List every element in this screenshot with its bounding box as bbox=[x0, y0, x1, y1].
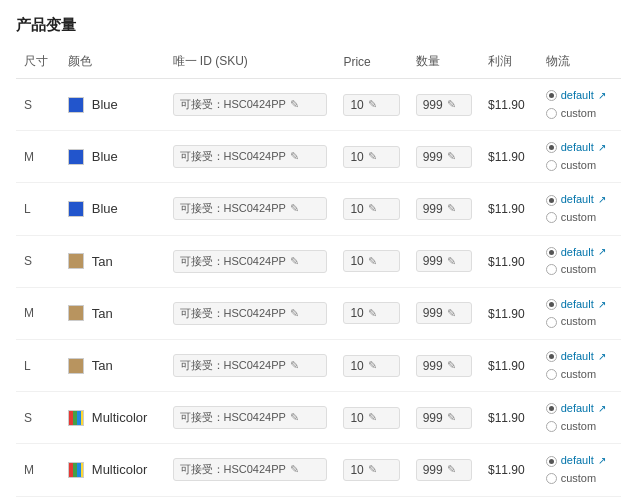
shipping-cell: default ↗ custom bbox=[538, 131, 621, 183]
shipping-custom-radio[interactable] bbox=[546, 421, 557, 432]
price-edit-icon[interactable]: ✎ bbox=[368, 411, 377, 424]
size-cell: M bbox=[16, 287, 60, 339]
quantity-edit-icon[interactable]: ✎ bbox=[447, 98, 456, 111]
price-edit-icon[interactable]: ✎ bbox=[368, 150, 377, 163]
shipping-default-link[interactable]: default bbox=[561, 244, 594, 262]
color-swatch bbox=[68, 253, 84, 269]
color-cell: Multicolor bbox=[60, 392, 165, 444]
shipping-cell: default ↗ custom bbox=[538, 496, 621, 500]
shipping-cell: default ↗ custom bbox=[538, 183, 621, 235]
shipping-custom-radio[interactable] bbox=[546, 212, 557, 223]
price-edit-icon[interactable]: ✎ bbox=[368, 463, 377, 476]
color-label: Tan bbox=[92, 306, 113, 321]
shipping-custom-radio[interactable] bbox=[546, 317, 557, 328]
shipping-custom-radio[interactable] bbox=[546, 108, 557, 119]
col-color: 颜色 bbox=[60, 47, 165, 79]
price-edit-icon[interactable]: ✎ bbox=[368, 307, 377, 320]
table-row: L Tan 可接受：HSC0424PP ✎ 10 ✎ 999 ✎ bbox=[16, 339, 621, 391]
quantity-cell: 999 ✎ bbox=[408, 287, 480, 339]
shipping-cell: default ↗ custom bbox=[538, 287, 621, 339]
price-value: 10 bbox=[350, 463, 363, 477]
profit-cell: $11.90 bbox=[480, 339, 538, 391]
sku-edit-icon[interactable]: ✎ bbox=[290, 411, 299, 424]
shipping-cell: default ↗ custom bbox=[538, 444, 621, 496]
price-cell: 10 ✎ bbox=[335, 235, 407, 287]
shipping-custom-label: custom bbox=[561, 418, 596, 436]
profit-cell: $11.90 bbox=[480, 392, 538, 444]
shipping-default-radio[interactable] bbox=[546, 247, 557, 258]
sku-value: 可接受：HSC0424PP bbox=[180, 201, 286, 216]
quantity-edit-icon[interactable]: ✎ bbox=[447, 307, 456, 320]
quantity-edit-icon[interactable]: ✎ bbox=[447, 202, 456, 215]
shipping-default-radio[interactable] bbox=[546, 195, 557, 206]
sku-edit-icon[interactable]: ✎ bbox=[290, 359, 299, 372]
shipping-default-radio[interactable] bbox=[546, 90, 557, 101]
quantity-edit-icon[interactable]: ✎ bbox=[447, 150, 456, 163]
svg-rect-5 bbox=[73, 463, 77, 478]
sku-value: 可接受：HSC0424PP bbox=[180, 410, 286, 425]
sku-cell: 可接受：HSC0424PP ✎ bbox=[165, 339, 336, 391]
quantity-cell: 999 ✎ bbox=[408, 444, 480, 496]
sku-edit-icon[interactable]: ✎ bbox=[290, 150, 299, 163]
sku-edit-icon[interactable]: ✎ bbox=[290, 307, 299, 320]
col-shipping: 物流 bbox=[538, 47, 621, 79]
col-sku: 唯一 ID (SKU) bbox=[165, 47, 336, 79]
quantity-cell: 999 ✎ bbox=[408, 235, 480, 287]
quantity-cell: 999 ✎ bbox=[408, 79, 480, 131]
color-label: Blue bbox=[92, 149, 118, 164]
shipping-default-link[interactable]: default bbox=[561, 348, 594, 366]
price-edit-icon[interactable]: ✎ bbox=[368, 255, 377, 268]
quantity-cell: 999 ✎ bbox=[408, 183, 480, 235]
quantity-value: 999 bbox=[423, 98, 443, 112]
shipping-default-link[interactable]: default bbox=[561, 191, 594, 209]
shipping-custom-label: custom bbox=[561, 157, 596, 175]
sku-edit-icon[interactable]: ✎ bbox=[290, 98, 299, 111]
shipping-default-radio[interactable] bbox=[546, 456, 557, 467]
shipping-default-link[interactable]: default bbox=[561, 400, 594, 418]
shipping-custom-radio[interactable] bbox=[546, 264, 557, 275]
price-cell: 10 ✎ bbox=[335, 183, 407, 235]
quantity-value: 999 bbox=[423, 150, 443, 164]
shipping-default-link[interactable]: default bbox=[561, 452, 594, 470]
price-edit-icon[interactable]: ✎ bbox=[368, 359, 377, 372]
price-cell: 10 ✎ bbox=[335, 496, 407, 500]
quantity-edit-icon[interactable]: ✎ bbox=[447, 411, 456, 424]
shipping-custom-radio[interactable] bbox=[546, 369, 557, 380]
shipping-default-link[interactable]: default bbox=[561, 296, 594, 314]
sku-edit-icon[interactable]: ✎ bbox=[290, 255, 299, 268]
price-value: 10 bbox=[350, 306, 363, 320]
shipping-custom-radio[interactable] bbox=[546, 473, 557, 484]
table-row: S Multicolor 可接受：HSC0424PP ✎ 10 ✎ bbox=[16, 392, 621, 444]
sku-cell: 可接受：HSC0424PP ✎ bbox=[165, 131, 336, 183]
price-value: 10 bbox=[350, 254, 363, 268]
price-edit-icon[interactable]: ✎ bbox=[368, 202, 377, 215]
price-edit-icon[interactable]: ✎ bbox=[368, 98, 377, 111]
color-label: Blue bbox=[92, 201, 118, 216]
color-swatch bbox=[68, 462, 84, 478]
quantity-edit-icon[interactable]: ✎ bbox=[447, 255, 456, 268]
table-row: S Blue 可接受：HSC0424PP ✎ 10 ✎ 999 ✎ bbox=[16, 79, 621, 131]
shipping-default-radio[interactable] bbox=[546, 142, 557, 153]
shipping-default-link[interactable]: default bbox=[561, 139, 594, 157]
shipping-default-radio[interactable] bbox=[546, 403, 557, 414]
sku-edit-icon[interactable]: ✎ bbox=[290, 202, 299, 215]
quantity-edit-icon[interactable]: ✎ bbox=[447, 359, 456, 372]
page-title: 产品变量 bbox=[16, 16, 621, 35]
size-cell: S bbox=[16, 392, 60, 444]
shipping-default-radio[interactable] bbox=[546, 351, 557, 362]
sku-value: 可接受：HSC0424PP bbox=[180, 97, 286, 112]
sku-edit-icon[interactable]: ✎ bbox=[290, 463, 299, 476]
svg-rect-6 bbox=[77, 463, 81, 478]
profit-cell: $11.90 bbox=[480, 131, 538, 183]
size-cell: S bbox=[16, 235, 60, 287]
external-link-icon: ↗ bbox=[598, 401, 606, 417]
shipping-default-link[interactable]: default bbox=[561, 87, 594, 105]
table-row: M Tan 可接受：HSC0424PP ✎ 10 ✎ 999 ✎ bbox=[16, 287, 621, 339]
svg-rect-2 bbox=[77, 411, 81, 426]
shipping-default-radio[interactable] bbox=[546, 299, 557, 310]
sku-value: 可接受：HSC0424PP bbox=[180, 358, 286, 373]
shipping-custom-radio[interactable] bbox=[546, 160, 557, 171]
quantity-edit-icon[interactable]: ✎ bbox=[447, 463, 456, 476]
price-cell: 10 ✎ bbox=[335, 287, 407, 339]
sku-cell: 可接受：HSC0424PP ✎ bbox=[165, 287, 336, 339]
